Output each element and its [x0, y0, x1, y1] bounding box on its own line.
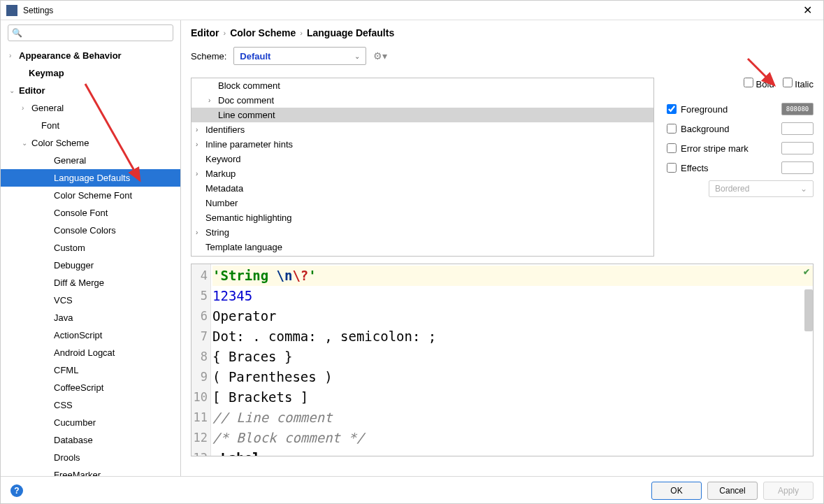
chevron-right-icon: ›	[223, 29, 226, 37]
dialog-footer: ? OK Cancel Apply	[1, 476, 823, 504]
sidebar-item[interactable]: Database	[1, 431, 180, 449]
code-area[interactable]: 'String \n\?'12345OperatorDot: . comma: …	[211, 264, 813, 456]
attribute-item[interactable]: ›String	[191, 225, 653, 240]
sidebar-item[interactable]: Java	[1, 309, 180, 326]
close-button[interactable]: ✕	[797, 3, 818, 17]
sidebar-item[interactable]: Console Colors	[1, 222, 180, 239]
titlebar: Settings ✕	[1, 1, 823, 20]
attribute-item[interactable]: Block comment	[191, 78, 653, 93]
sidebar-item[interactable]: Language Defaults	[1, 169, 180, 187]
sidebar-item[interactable]: VCS	[1, 291, 180, 309]
italic-checkbox[interactable]: Italic	[783, 78, 814, 89]
breadcrumb-item[interactable]: Color Scheme	[230, 27, 296, 38]
background-checkbox[interactable]: Background	[667, 124, 729, 134]
errorstripe-swatch[interactable]	[781, 142, 814, 154]
options-panel: Bold Italic Foreground 808080 Background…	[667, 78, 814, 257]
sidebar-item[interactable]: ›General	[1, 99, 180, 117]
app-icon	[6, 5, 17, 16]
attribute-item[interactable]: Metadata	[191, 181, 653, 196]
attribute-item[interactable]: ›Inline parameter hints	[191, 137, 653, 152]
cancel-button[interactable]: Cancel	[707, 482, 758, 500]
scheme-select[interactable]: Default ⌄	[233, 47, 366, 65]
sidebar-item[interactable]: ›Appearance & Behavior	[1, 47, 180, 64]
help-button[interactable]: ?	[10, 484, 23, 497]
background-swatch[interactable]	[781, 122, 814, 135]
sidebar-item[interactable]: Color Scheme Font	[1, 187, 180, 204]
effects-type-select: Bordered ⌄	[709, 180, 814, 197]
settings-tree[interactable]: ›Appearance & BehaviorKeymap⌄Editor›Gene…	[1, 45, 180, 476]
attribute-item[interactable]: Keyword	[191, 152, 653, 166]
attribute-tree[interactable]: Block comment›Doc commentLine comment›Id…	[191, 78, 654, 257]
breadcrumb-item: Language Defaults	[307, 27, 394, 38]
attribute-item[interactable]: Number	[191, 196, 653, 210]
attribute-item[interactable]: ›Doc comment	[191, 93, 653, 108]
sidebar-item[interactable]: Console Font	[1, 204, 180, 222]
chevron-down-icon: ⌄	[800, 184, 807, 194]
chevron-down-icon: ⌄	[354, 52, 360, 60]
errorstripe-checkbox[interactable]: Error stripe mark	[667, 143, 749, 154]
sidebar-item[interactable]: Debugger	[1, 257, 180, 274]
scrollbar-thumb[interactable]	[804, 289, 813, 331]
attribute-item[interactable]: Semantic highlighting	[191, 210, 653, 225]
foreground-checkbox[interactable]: Foreground	[667, 104, 728, 115]
sidebar-item[interactable]: CFML	[1, 361, 180, 379]
search-input[interactable]	[8, 24, 173, 41]
search-icon: 🔍	[12, 28, 22, 38]
sidebar-item[interactable]: FreeMarker	[1, 466, 180, 476]
inspection-ok-icon: ✔	[803, 267, 810, 277]
sidebar-item[interactable]: Android Logcat	[1, 344, 180, 361]
sidebar-item[interactable]: ActionScript	[1, 326, 180, 344]
attribute-item[interactable]: ›Identifiers	[191, 122, 653, 137]
gutter: 45678910111213	[191, 264, 211, 456]
chevron-right-icon: ›	[300, 29, 303, 37]
preview-editor[interactable]: 45678910111213 'String \n\?'12345Operato…	[191, 264, 814, 456]
breadcrumb: Editor › Color Scheme › Language Default…	[191, 27, 814, 38]
content-panel: Editor › Color Scheme › Language Default…	[181, 20, 823, 476]
apply-button[interactable]: Apply	[763, 482, 814, 500]
attribute-item[interactable]: Line comment	[191, 108, 653, 122]
sidebar-item[interactable]: Diff & Merge	[1, 274, 180, 291]
sidebar-item[interactable]: Cucumber	[1, 414, 180, 431]
attribute-item[interactable]: Template language	[191, 240, 653, 254]
breadcrumb-item[interactable]: Editor	[191, 27, 219, 38]
bold-checkbox[interactable]: Bold	[744, 78, 774, 89]
sidebar-item[interactable]: Font	[1, 117, 180, 134]
window-title: Settings	[23, 6, 797, 15]
foreground-swatch[interactable]: 808080	[781, 103, 814, 115]
effects-swatch[interactable]	[781, 161, 814, 174]
sidebar-item[interactable]: Custom	[1, 239, 180, 257]
sidebar: 🔍 ›Appearance & BehaviorKeymap⌄Editor›Ge…	[1, 20, 181, 476]
scheme-label: Scheme:	[191, 51, 226, 62]
sidebar-item[interactable]: CoffeeScript	[1, 379, 180, 396]
sidebar-item[interactable]: General	[1, 152, 180, 169]
ok-button[interactable]: OK	[651, 482, 702, 500]
sidebar-item[interactable]: Drools	[1, 449, 180, 466]
effects-checkbox[interactable]: Effects	[667, 163, 709, 173]
sidebar-item[interactable]: Keymap	[1, 64, 180, 82]
sidebar-item[interactable]: CSS	[1, 396, 180, 414]
sidebar-item[interactable]: ⌄Editor	[1, 82, 180, 99]
attribute-item[interactable]: ›Markup	[191, 166, 653, 181]
gear-icon[interactable]: ⚙▾	[373, 50, 387, 62]
sidebar-item[interactable]: ⌄Color Scheme	[1, 134, 180, 152]
